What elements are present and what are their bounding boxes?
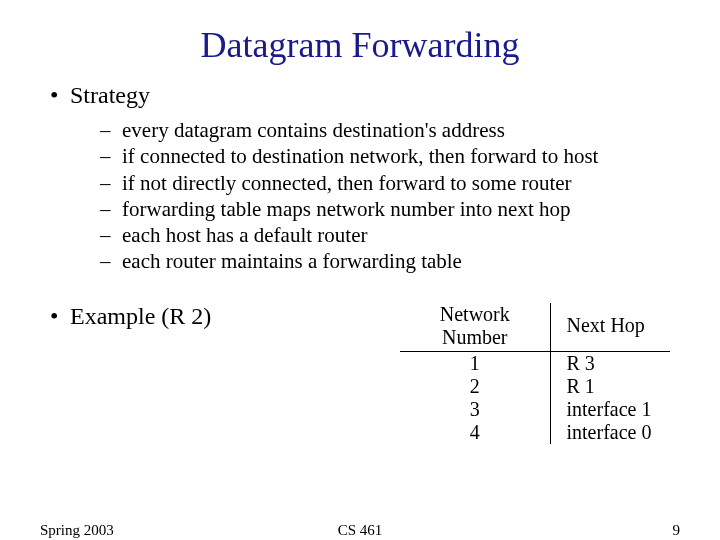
sub-bullet: –if connected to destination network, th… <box>100 143 680 169</box>
slide-title: Datagram Forwarding <box>40 24 680 66</box>
table-row: 1 R 3 <box>400 351 670 375</box>
sub-bullet: –each host has a default router <box>100 222 680 248</box>
bullet-strategy: •Strategy <box>50 82 680 109</box>
sub-text: if connected to destination network, the… <box>122 144 598 168</box>
dash-icon: – <box>100 143 122 169</box>
table-cell: 1 <box>400 351 550 375</box>
sub-text: forwarding table maps network number int… <box>122 197 570 221</box>
footer-page-number: 9 <box>673 522 681 539</box>
sub-bullet: –each router maintains a forwarding tabl… <box>100 248 680 274</box>
sub-text: if not directly connected, then forward … <box>122 171 572 195</box>
bullet-dot-icon: • <box>50 303 70 330</box>
table-cell: R 1 <box>550 375 670 398</box>
table-cell: 4 <box>400 421 550 444</box>
table-cell: 2 <box>400 375 550 398</box>
sub-text: each host has a default router <box>122 223 367 247</box>
sub-text: every datagram contains destination's ad… <box>122 118 505 142</box>
dash-icon: – <box>100 248 122 274</box>
forwarding-table: Network Number Next Hop 1 R 3 2 R 1 3 in… <box>400 303 670 444</box>
example-row: •Example (R 2) Network Number Next Hop 1… <box>40 303 680 444</box>
sub-bullet: –forwarding table maps network number in… <box>100 196 680 222</box>
slide: Datagram Forwarding •Strategy –every dat… <box>0 0 720 540</box>
bullet-dot-icon: • <box>50 82 70 109</box>
dash-icon: – <box>100 222 122 248</box>
table-header: Network Number <box>400 303 550 352</box>
sub-bullet: –every datagram contains destination's a… <box>100 117 680 143</box>
dash-icon: – <box>100 196 122 222</box>
dash-icon: – <box>100 117 122 143</box>
table-header: Next Hop <box>550 303 670 352</box>
table-cell: interface 1 <box>550 398 670 421</box>
bullet-label: Strategy <box>70 82 150 108</box>
bullet-label: Example (R 2) <box>70 303 211 329</box>
footer-course: CS 461 <box>0 522 720 539</box>
table-header-row: Network Number Next Hop <box>400 303 670 352</box>
table-row: 4 interface 0 <box>400 421 670 444</box>
strategy-sublist: –every datagram contains destination's a… <box>100 117 680 275</box>
sub-text: each router maintains a forwarding table <box>122 249 462 273</box>
table-cell: 3 <box>400 398 550 421</box>
table: Network Number Next Hop 1 R 3 2 R 1 3 in… <box>400 303 670 444</box>
table-cell: interface 0 <box>550 421 670 444</box>
table-row: 2 R 1 <box>400 375 670 398</box>
sub-bullet: –if not directly connected, then forward… <box>100 170 680 196</box>
bullet-example: •Example (R 2) <box>50 303 211 330</box>
dash-icon: – <box>100 170 122 196</box>
table-cell: R 3 <box>550 351 670 375</box>
table-row: 3 interface 1 <box>400 398 670 421</box>
